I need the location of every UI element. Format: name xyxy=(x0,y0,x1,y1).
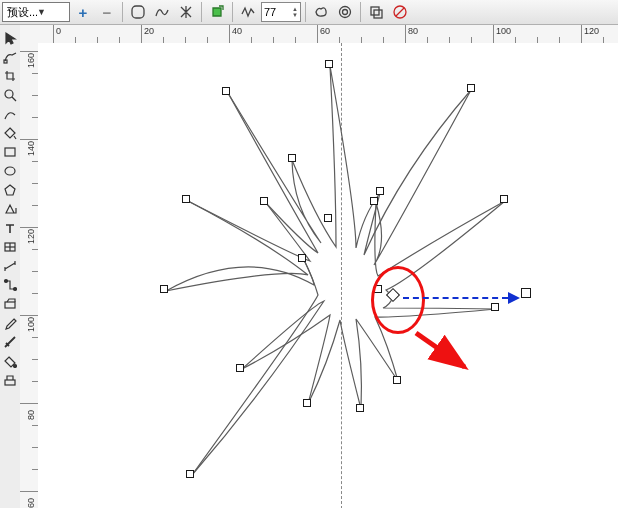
annotation-arrow xyxy=(407,314,488,395)
separator xyxy=(360,2,361,22)
svg-rect-3 xyxy=(371,7,379,15)
shape-node[interactable] xyxy=(182,195,190,203)
shape-node[interactable] xyxy=(260,197,268,205)
outline-tool[interactable] xyxy=(1,333,19,351)
canvas[interactable] xyxy=(38,43,618,508)
workspace: 020406080100120 1601401201008060 xyxy=(0,25,618,508)
ruler-v-label: 140 xyxy=(26,141,36,156)
shape-node[interactable] xyxy=(356,404,364,412)
ruler-vertical: 1601401201008060 xyxy=(20,43,39,508)
spinner-icon[interactable]: ▲▼ xyxy=(292,6,298,18)
ruler-h-label: 120 xyxy=(584,26,599,36)
connector-tool[interactable] xyxy=(1,276,19,294)
interactive-fill-tool[interactable] xyxy=(1,371,19,389)
ruler-h-label: 0 xyxy=(56,26,61,36)
shape-node[interactable] xyxy=(303,399,311,407)
polygon-tool[interactable] xyxy=(1,181,19,199)
svg-point-17 xyxy=(5,280,8,283)
svg-rect-11 xyxy=(5,148,15,156)
add-preset-button[interactable]: + xyxy=(72,1,94,23)
control-handle-line[interactable] xyxy=(403,297,508,299)
randomize-amount-field[interactable]: 77 ▲▼ xyxy=(261,2,301,22)
shape-node[interactable] xyxy=(186,470,194,478)
separator xyxy=(122,2,123,22)
smooth-mode-button[interactable] xyxy=(151,1,173,23)
freehand-tool[interactable] xyxy=(1,105,19,123)
svg-rect-21 xyxy=(5,380,15,385)
svg-line-6 xyxy=(396,8,404,16)
ruler-h-label: 100 xyxy=(496,26,511,36)
shape-node[interactable] xyxy=(298,254,306,262)
separator xyxy=(201,2,202,22)
smart-fill-tool[interactable] xyxy=(1,124,19,142)
svg-point-18 xyxy=(14,288,17,291)
ruler-h-label: 20 xyxy=(144,26,154,36)
svg-line-16 xyxy=(5,263,15,269)
rectangle-tool[interactable] xyxy=(1,143,19,161)
crop-tool[interactable] xyxy=(1,67,19,85)
remove-preset-button[interactable]: − xyxy=(96,1,118,23)
svg-point-8 xyxy=(5,90,13,98)
shape-node[interactable] xyxy=(236,364,244,372)
shape-node[interactable] xyxy=(500,195,508,203)
eyedropper-tool[interactable] xyxy=(1,314,19,332)
ruler-h-label: 40 xyxy=(232,26,242,36)
separator xyxy=(232,2,233,22)
svg-line-10 xyxy=(14,136,16,139)
ellipse-tool[interactable] xyxy=(1,162,19,180)
left-toolbox xyxy=(0,25,21,508)
svg-point-20 xyxy=(14,365,17,368)
chevron-down-icon: ▼ xyxy=(37,7,67,17)
shape-node[interactable] xyxy=(491,303,499,311)
shape-node[interactable] xyxy=(370,197,378,205)
zoom-tool[interactable] xyxy=(1,86,19,104)
preset-label: 预设... xyxy=(7,5,37,20)
boundary-mode-button[interactable] xyxy=(127,1,149,23)
svg-line-22 xyxy=(416,326,465,375)
new-shape-button[interactable] xyxy=(206,1,228,23)
pick-tool[interactable] xyxy=(1,29,19,47)
options-toolbar: 预设... ▼ + − 77 ▲▼ xyxy=(0,0,618,25)
svg-rect-0 xyxy=(132,6,144,18)
inner-shape-button[interactable] xyxy=(310,1,332,23)
ruler-v-label: 160 xyxy=(26,53,36,68)
effects-tool[interactable] xyxy=(1,295,19,313)
ruler-h-label: 80 xyxy=(408,26,418,36)
copy-shape-button[interactable] xyxy=(365,1,387,23)
randomize-button[interactable] xyxy=(237,1,259,23)
shape-drawing xyxy=(38,43,618,508)
fill-tool[interactable] xyxy=(1,352,19,370)
svg-rect-7 xyxy=(4,60,7,63)
svg-rect-19 xyxy=(5,302,15,308)
ruler-v-label: 120 xyxy=(26,229,36,244)
svg-line-9 xyxy=(12,97,16,101)
outer-ring-button[interactable] xyxy=(334,1,356,23)
delete-shape-button[interactable] xyxy=(389,1,411,23)
preset-dropdown[interactable]: 预设... ▼ xyxy=(2,2,70,22)
svg-point-1 xyxy=(340,7,351,18)
dimension-tool[interactable] xyxy=(1,257,19,275)
svg-point-2 xyxy=(343,10,348,15)
shape-node[interactable] xyxy=(324,214,332,222)
table-tool[interactable] xyxy=(1,238,19,256)
ruler-horizontal: 020406080100120 xyxy=(20,25,618,44)
pinwheel-mode-button[interactable] xyxy=(175,1,197,23)
ruler-v-label: 60 xyxy=(26,498,36,508)
control-handle-arrow-icon[interactable] xyxy=(508,292,520,304)
shape-node[interactable] xyxy=(467,84,475,92)
shape-tool[interactable] xyxy=(1,48,19,66)
ruler-v-label: 80 xyxy=(26,410,36,420)
shape-node[interactable] xyxy=(160,285,168,293)
text-tool[interactable] xyxy=(1,219,19,237)
shape-node[interactable] xyxy=(376,187,384,195)
shape-node[interactable] xyxy=(325,60,333,68)
separator xyxy=(305,2,306,22)
control-target-node[interactable] xyxy=(521,288,531,298)
shape-node[interactable] xyxy=(288,154,296,162)
svg-rect-4 xyxy=(374,10,382,18)
ruler-h-label: 60 xyxy=(320,26,330,36)
basic-shapes-tool[interactable] xyxy=(1,200,19,218)
shape-node[interactable] xyxy=(393,376,401,384)
randomize-value: 77 xyxy=(264,6,290,18)
shape-node[interactable] xyxy=(222,87,230,95)
